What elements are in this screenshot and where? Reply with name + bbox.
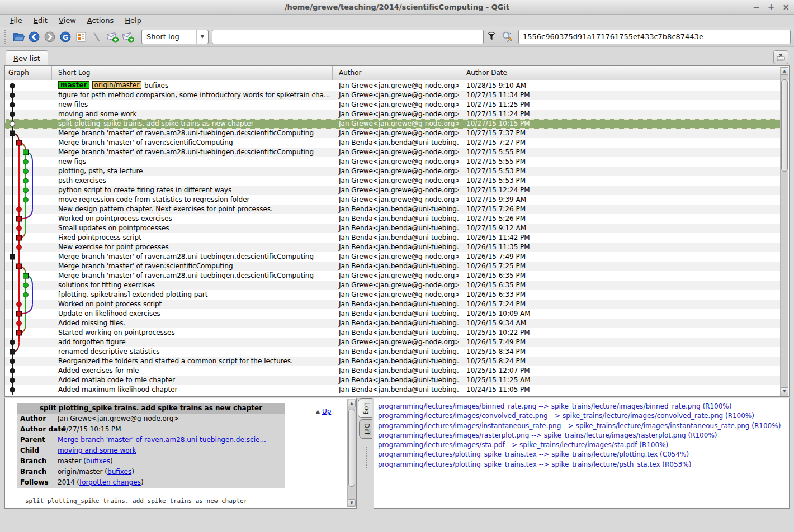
scroll-up-icon[interactable]: ▲ <box>348 400 356 407</box>
apply-patch-icon[interactable] <box>105 29 120 45</box>
commit-node <box>10 254 15 259</box>
commit-row[interactable]: [plotting, spiketrains] extended plottin… <box>5 290 781 300</box>
detail-link[interactable]: moving and some work <box>58 446 136 454</box>
commit-row[interactable]: Merge branch 'master' of raven.am28.uni-… <box>5 129 781 138</box>
commit-row[interactable]: renamed descriptive-statisticsJan Benda<… <box>5 347 781 357</box>
file-rename-line[interactable]: programming/lectures/images/convolved_ra… <box>378 411 789 421</box>
commit-row[interactable]: Worked on point process scriptJan Benda<… <box>5 300 781 309</box>
commit-row[interactable]: Worked on pointprocess exercisesJan Bend… <box>5 214 781 224</box>
commit-row[interactable]: moving and some workJan Grewe<jan.grewe@… <box>5 110 781 119</box>
maximize-icon[interactable]: + <box>768 0 775 15</box>
column-header-author-date[interactable]: Author Date <box>459 66 789 80</box>
back-icon[interactable] <box>26 29 42 45</box>
tab-rev-list[interactable]: Rev list <box>6 50 48 65</box>
commit-row[interactable]: plotting, psth, sta lectureJan Grewe<jan… <box>5 167 781 176</box>
reload-icon[interactable]: G <box>58 29 73 45</box>
detail-field-label: Branch <box>17 456 58 467</box>
detail-scrollbar[interactable]: ▲ ▼ <box>347 399 356 507</box>
short-log-cell: Fixed pointprocess script <box>52 233 333 243</box>
detail-field-child: Childmoving and some work <box>17 445 285 456</box>
commit-row[interactable]: masterorigin/masterbufixesJan Grewe<jan.… <box>5 81 781 91</box>
view-select[interactable]: Short log ▼ <box>141 30 209 44</box>
author-cell: Jan Benda<jan.benda@uni-tuebing... <box>333 366 459 376</box>
scroll-up-icon[interactable]: ▲ <box>781 67 788 75</box>
menu-file[interactable]: File <box>4 16 28 26</box>
commit-row[interactable]: new figsJan Grewe<jan.grewe@g-node.org>1… <box>5 157 781 167</box>
detail-link[interactable]: bufixes <box>86 457 110 465</box>
splitter-handle[interactable] <box>366 446 367 468</box>
short-log-cell: Reorganized the folders and started a co… <box>52 357 333 366</box>
search-edit-icon[interactable] <box>499 29 515 45</box>
commit-node <box>17 207 22 212</box>
rev-list-scrollbar[interactable]: ▲ ▼ <box>780 66 788 396</box>
pick-icon[interactable] <box>89 29 105 45</box>
commit-row[interactable]: Added matlab code to mle chapterJan Bend… <box>5 376 781 385</box>
detail-link[interactable]: Merge branch 'master' of raven.am28.uni-… <box>58 436 266 444</box>
menu-view[interactable]: View <box>53 16 82 26</box>
commit-row[interactable]: psth exercisesJan Grewe<jan.grewe@g-node… <box>5 176 781 186</box>
commit-row[interactable]: Merge branch 'master' of raven:scientifi… <box>5 138 781 148</box>
menu-edit[interactable]: Edit <box>28 16 53 26</box>
commit-node <box>10 359 15 364</box>
filter-funnel-icon[interactable] <box>484 29 499 45</box>
scroll-down-icon[interactable]: ▼ <box>348 499 356 507</box>
short-log-cell: [plotting, spiketrains] extended plottin… <box>52 290 333 300</box>
file-rename-line[interactable]: programming/lectures/images/instantaneou… <box>378 421 789 431</box>
menu-actions[interactable]: Actions <box>82 16 120 26</box>
tab-diff[interactable]: Diff <box>359 419 372 439</box>
column-header-short-log[interactable]: Short Log <box>52 66 333 80</box>
short-log-cell: move regression code from statistics to … <box>52 195 333 205</box>
commit-row[interactable]: Fixed pointprocess scriptJan Benda<jan.b… <box>5 233 781 243</box>
sha-input[interactable] <box>518 30 791 44</box>
detail-link[interactable]: bufixes <box>107 468 131 476</box>
toolbar-handle[interactable] <box>4 30 8 44</box>
open-repository-icon[interactable] <box>11 29 26 45</box>
format-patch-icon[interactable] <box>120 29 136 45</box>
scrollbar-thumb[interactable] <box>781 79 788 172</box>
commit-row[interactable]: Added exercises for mleJan Benda<jan.ben… <box>5 366 781 376</box>
commit-row[interactable]: Added maximum likelihood chapterJan Bend… <box>5 385 781 395</box>
commit-node <box>23 159 29 164</box>
menu-help[interactable]: Help <box>119 16 147 26</box>
commit-row[interactable]: Small updates on pointprocessesJan Benda… <box>5 224 781 233</box>
commit-row[interactable]: Merge branch 'master' of raven:scientifi… <box>5 262 781 271</box>
scrollbar-thumb[interactable] <box>348 408 355 487</box>
commit-row[interactable]: Update on likelihood exercisesJan Benda<… <box>5 309 781 319</box>
commit-row[interactable]: Merge branch 'master' of raven.am28.uni-… <box>5 271 781 281</box>
commit-row[interactable]: split plotting_spike trains. add spike t… <box>5 119 781 129</box>
detail-link[interactable]: forgotten changes <box>79 478 141 486</box>
commit-row[interactable]: python script to create firing rates in … <box>5 186 781 195</box>
commit-row[interactable]: move regression code from statistics to … <box>5 195 781 205</box>
column-header-author[interactable]: Author <box>333 66 459 80</box>
commit-row[interactable]: add forgotten figureJan Grewe<jan.grewe@… <box>5 338 781 347</box>
commit-row[interactable]: new filesJan Grewe<jan.grewe@g-node.org>… <box>5 100 781 110</box>
commit-node <box>23 197 29 202</box>
commit-row[interactable]: figure for psth method comparsion, some … <box>5 91 781 100</box>
search-input[interactable] <box>212 30 484 44</box>
commit-row[interactable]: Merge branch 'master' of raven.am28.uni-… <box>5 252 781 262</box>
toggle-view-icon[interactable] <box>73 29 89 45</box>
column-header-graph[interactable]: Graph <box>5 66 52 80</box>
commit-row[interactable]: Started working on pointprocessesJan Ben… <box>5 328 781 338</box>
detail-field-value: Jan Grewe<jan.grewe@g-node.org> <box>58 414 179 424</box>
close-icon[interactable]: × <box>782 0 790 15</box>
close-tab-icon[interactable] <box>773 50 788 64</box>
commit-row[interactable]: Added missing files.Jan Benda<jan.benda@… <box>5 319 781 328</box>
up-link[interactable]: ▲ Up <box>316 407 331 415</box>
file-rename-line[interactable]: programming/lectures/images/sta.pdf --> … <box>378 440 789 450</box>
commit-row[interactable]: solutions for fitting exercisesJan Grewe… <box>5 281 781 290</box>
author-date-cell: 10/27/15 5:55 PM <box>459 148 781 157</box>
file-rename-line[interactable]: programming/lectures/images/binned_rate.… <box>378 402 789 411</box>
forward-icon[interactable] <box>42 29 58 45</box>
minimize-icon[interactable]: − <box>753 0 760 15</box>
file-rename-line[interactable]: programming/lectures/plotting_spike_trai… <box>378 450 789 459</box>
file-rename-line[interactable]: programming/lectures/plotting_spike_trai… <box>378 460 789 469</box>
commit-row[interactable]: New exercise for point processesJan Bend… <box>5 243 781 252</box>
commit-row[interactable]: New design pattern chapter. Next exercis… <box>5 205 781 214</box>
commit-row[interactable]: Merge branch 'master' of raven.am28.uni-… <box>5 148 781 157</box>
commit-row[interactable]: Reorganized the folders and started a co… <box>5 357 781 366</box>
file-rename-line[interactable]: programming/lectures/images/rasterplot.p… <box>378 431 789 440</box>
scroll-down-icon[interactable]: ▼ <box>781 387 788 395</box>
tab-log[interactable]: Log <box>358 398 372 418</box>
up-link-label[interactable]: Up <box>322 407 331 415</box>
